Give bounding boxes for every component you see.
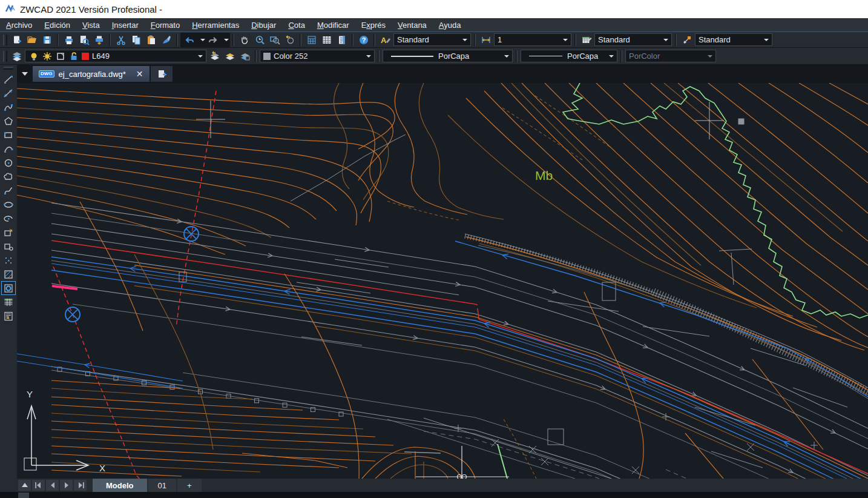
copy-button[interactable]	[128, 33, 143, 47]
layer-translate-button[interactable]	[237, 50, 252, 63]
drawing-canvas[interactable]: YXMb	[17, 83, 868, 479]
prev-layout-button[interactable]	[46, 480, 59, 491]
menu-herramientas[interactable]: Herramientas	[186, 19, 245, 31]
new-button[interactable]	[9, 33, 24, 47]
dim-style-button[interactable]	[478, 33, 493, 47]
circle-tool-button[interactable]	[1, 156, 16, 170]
menu-archivo[interactable]: Archivo	[0, 19, 38, 31]
rectangle-tool-button[interactable]	[1, 128, 16, 142]
drawing-path	[17, 127, 372, 222]
plotstyle-combo[interactable]: PorColor	[625, 50, 716, 62]
window-title: ZWCAD 2021 Versión Profesional -	[20, 4, 162, 15]
drawing-path	[738, 83, 868, 183]
new-tab-button[interactable]	[151, 66, 173, 82]
hatch-tool-button[interactable]	[1, 267, 16, 281]
layout-tab-01[interactable]: 01	[148, 479, 176, 492]
layer-name: L649	[92, 51, 194, 61]
layout-tab-modelo[interactable]: Modelo	[93, 479, 147, 492]
menu-dibujar[interactable]: Dibujar	[245, 19, 282, 31]
menu-modificar[interactable]: Modificar	[311, 19, 355, 31]
first-layout-button[interactable]	[32, 480, 45, 491]
calculator-icon	[306, 35, 317, 45]
make-block-icon	[3, 241, 14, 252]
next-layout-button[interactable]	[60, 480, 73, 491]
open-icon	[27, 35, 38, 45]
zoom-realtime-button[interactable]	[252, 33, 267, 47]
polyline-tool-button[interactable]	[1, 100, 16, 114]
document-tab[interactable]: DWG ej_cartografia.dwg* ✕	[33, 66, 150, 82]
layer-match-button[interactable]	[222, 50, 237, 63]
menu-ventana[interactable]: Ventana	[392, 19, 433, 31]
match-properties-button[interactable]	[159, 33, 174, 47]
mleader-style-combo[interactable]: Standard	[695, 33, 772, 46]
layer-manager-button[interactable]	[9, 50, 24, 63]
ellipse-tool-button[interactable]	[1, 198, 16, 211]
menu-formato[interactable]: Formato	[145, 19, 186, 31]
toolbar-grip[interactable]	[3, 51, 7, 62]
line-tool-button[interactable]	[1, 72, 16, 86]
dim-style-combo[interactable]: 1	[494, 33, 571, 46]
x-marker	[541, 458, 548, 465]
zoom-back-button[interactable]	[282, 33, 297, 47]
menu-exprés[interactable]: Exprés	[355, 19, 392, 31]
print-preview-button[interactable]	[76, 33, 91, 47]
layer-combo[interactable]: L649	[25, 50, 206, 62]
xline-tool-button[interactable]	[1, 86, 16, 100]
make-block-tool-button[interactable]	[1, 239, 16, 253]
table-style-button[interactable]	[579, 33, 594, 47]
tab-list-dropdown-icon[interactable]	[22, 72, 28, 76]
linetype-combo[interactable]: PorCapa	[383, 50, 513, 62]
point-icon	[3, 255, 14, 266]
save-button[interactable]	[39, 33, 54, 47]
print-button[interactable]	[61, 33, 76, 47]
paste-button[interactable]	[143, 33, 159, 47]
table-style-combo[interactable]: Standard	[594, 33, 672, 46]
menu-ayuda[interactable]: Ayuda	[433, 19, 467, 31]
layer-previous-button[interactable]	[207, 50, 222, 63]
dropdown-caret[interactable]	[200, 39, 205, 41]
polygon-tool-button[interactable]	[1, 114, 16, 128]
drawing-path	[51, 397, 303, 410]
table2-tool-button[interactable]	[1, 295, 16, 309]
insert-block-tool-button[interactable]	[1, 225, 16, 239]
sheet-button[interactable]	[334, 33, 349, 47]
last-layout-button[interactable]	[74, 480, 87, 491]
ellipse-arc-tool-button[interactable]	[1, 211, 16, 225]
menu-edición[interactable]: Edición	[38, 19, 76, 31]
menu-cota[interactable]: Cota	[282, 19, 311, 31]
mtext-tool-button[interactable]	[1, 309, 16, 323]
point-tool-button[interactable]	[1, 253, 16, 267]
drawing-path	[51, 421, 375, 437]
toolbar-separator	[516, 50, 518, 62]
redo-button[interactable]	[205, 33, 220, 47]
toolbar-grip[interactable]	[3, 35, 7, 45]
cut-button[interactable]	[113, 33, 128, 47]
calculator-button[interactable]	[304, 33, 319, 47]
pan-button[interactable]	[237, 33, 252, 47]
text-style-combo[interactable]: Standard	[393, 33, 471, 46]
spline-tool-button[interactable]	[1, 184, 16, 198]
layout-tab-+[interactable]: +	[177, 479, 202, 492]
open-button[interactable]	[24, 33, 39, 47]
drawing-path	[465, 236, 654, 292]
toolbar-separator	[378, 50, 380, 62]
table-button[interactable]	[319, 33, 334, 47]
revcloud-tool-button[interactable]	[1, 170, 16, 184]
expand-tabs-button[interactable]	[18, 480, 31, 491]
color-combo[interactable]: Color 252	[260, 50, 375, 62]
lineweight-combo[interactable]: PorCapa	[521, 50, 617, 62]
donut-tool-button[interactable]	[1, 281, 16, 295]
close-tab-icon[interactable]: ✕	[136, 69, 143, 79]
drawing-line	[301, 337, 362, 345]
plot-button[interactable]	[91, 33, 107, 47]
menu-vista[interactable]: Vista	[76, 19, 106, 31]
arc-tool-button[interactable]	[1, 142, 16, 156]
text-style-button[interactable]: A	[378, 33, 393, 47]
zoom-window-button[interactable]	[267, 33, 282, 47]
undo-button[interactable]	[182, 33, 197, 47]
dropdown-caret[interactable]	[224, 39, 229, 41]
menu-insertar[interactable]: Insertar	[106, 19, 145, 31]
mleader-style-button[interactable]	[679, 33, 694, 47]
toolbar-grip[interactable]	[4, 67, 13, 70]
help-button[interactable]: ?	[356, 33, 371, 47]
